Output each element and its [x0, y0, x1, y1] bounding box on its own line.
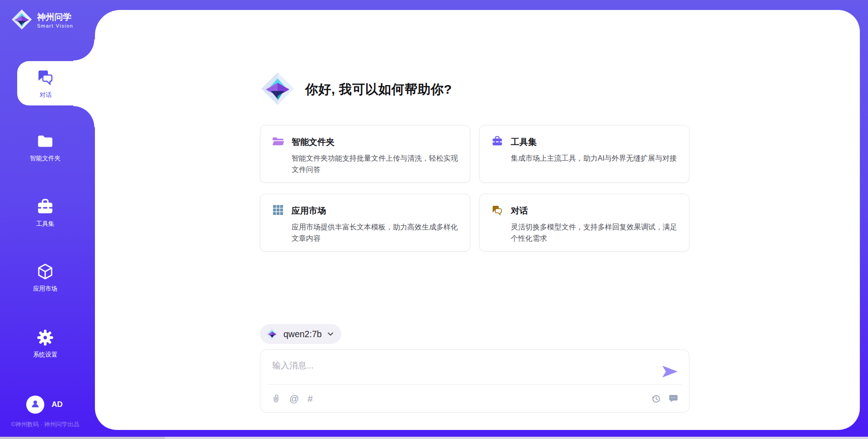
card-title: 智能文件夹 — [292, 136, 335, 148]
diamond-logo-icon — [11, 9, 33, 32]
sidebar-item-label: 应用市场 — [33, 285, 57, 293]
user-name: AD — [52, 400, 63, 409]
sidebar: 神州问学 Smart Vision 对话 智能文件夹 — [0, 0, 95, 439]
sidebar-footer: ©神州数码 · 神州问学出品 — [0, 420, 90, 429]
greeting: 你好, 我可以如何帮助你? — [260, 72, 689, 107]
send-icon — [662, 364, 678, 379]
sidebar-item-chat[interactable]: 对话 — [17, 61, 95, 105]
folder-open-icon — [272, 135, 284, 149]
card-toolbox[interactable]: 工具集 集成市场上主流工具，助力AI与外界无缝扩展与对接 — [479, 125, 689, 183]
sidebar-item-toolbox[interactable]: 工具集 — [0, 198, 90, 228]
page-title: 你好, 我可以如何帮助你? — [305, 81, 452, 98]
diamond-logo-icon — [266, 328, 278, 340]
brand-subtitle: Smart Vision — [37, 23, 73, 29]
sidebar-item-label: 工具集 — [36, 220, 55, 228]
brand-logo: 神州问学 Smart Vision — [11, 9, 73, 32]
send-button[interactable] — [662, 364, 678, 379]
card-title: 应用市场 — [292, 205, 326, 217]
user-icon — [30, 398, 41, 411]
main-content: 你好, 我可以如何帮助你? 智能文件夹 智能文件夹功能支持批量文件上传与清洗，轻… — [260, 72, 689, 107]
sidebar-item-label: 系统设置 — [33, 351, 57, 359]
chat-icon — [37, 68, 55, 88]
sidebar-item-settings[interactable]: 系统设置 — [0, 329, 90, 359]
sidebar-item-label: 智能文件夹 — [30, 154, 61, 162]
history-icon[interactable] — [651, 394, 661, 404]
gear-icon — [36, 329, 54, 347]
card-chat[interactable]: 对话 灵活切换多模型文件，支持多样回复效果调试，满足个性化需求 — [479, 194, 689, 252]
card-title: 工具集 — [511, 136, 537, 148]
toolbox-icon — [36, 198, 54, 216]
message-icon[interactable] — [669, 394, 678, 403]
sidebar-item-smart-folder[interactable]: 智能文件夹 — [0, 132, 90, 162]
briefcase-icon — [491, 135, 504, 149]
model-name: qwen2:7b — [283, 329, 322, 339]
feature-cards: 智能文件夹 智能文件夹功能支持批量文件上传与清洗，轻松实现文件问答 工具集 集成… — [260, 125, 689, 252]
model-selector[interactable]: qwen2:7b — [260, 324, 341, 344]
chat-bubbles-icon — [491, 204, 504, 218]
sidebar-item-app-market[interactable]: 应用市场 — [0, 262, 90, 293]
folder-icon — [36, 132, 54, 150]
card-description: 集成市场上主流工具，助力AI与外界无缝扩展与对接 — [511, 153, 678, 164]
brand-name: 神州问学 — [37, 12, 73, 22]
brand-text: 神州问学 Smart Vision — [37, 12, 73, 29]
card-smart-folder[interactable]: 智能文件夹 智能文件夹功能支持批量文件上传与清洗，轻松实现文件问答 — [260, 125, 470, 183]
card-app-market[interactable]: 应用市场 应用市场提供丰富长文本模板，助力高效生成多样化文章内容 — [260, 194, 470, 252]
grid-icon — [272, 204, 284, 218]
diamond-logo-icon — [260, 71, 295, 108]
sidebar-item-label: 对话 — [40, 91, 52, 99]
at-icon[interactable]: @ — [289, 394, 299, 403]
message-input[interactable] — [271, 359, 653, 382]
message-composer: @ # — [260, 349, 689, 413]
card-description: 智能文件夹功能支持批量文件上传与清洗，轻松实现文件问答 — [292, 153, 459, 176]
card-title: 对话 — [511, 205, 528, 217]
paperclip-icon[interactable] — [271, 394, 281, 403]
cube-icon — [36, 262, 54, 281]
card-description: 应用市场提供丰富长文本模板，助力高效生成多样化文章内容 — [292, 222, 459, 244]
card-description: 灵活切换多模型文件，支持多样回复效果调试，满足个性化需求 — [511, 222, 678, 244]
chevron-down-icon — [327, 330, 334, 338]
bottom-scrollbar-strip[interactable] — [0, 437, 868, 439]
avatar — [26, 396, 44, 414]
tab-curve-top — [73, 39, 95, 61]
app-root: { "brand": {"name": "神州问学", "subtitle": … — [0, 0, 868, 439]
hash-icon[interactable]: # — [307, 394, 313, 403]
tab-curve-bottom — [73, 105, 95, 127]
user-profile[interactable]: AD — [26, 396, 63, 414]
composer-toolbar: @ # — [260, 385, 689, 412]
